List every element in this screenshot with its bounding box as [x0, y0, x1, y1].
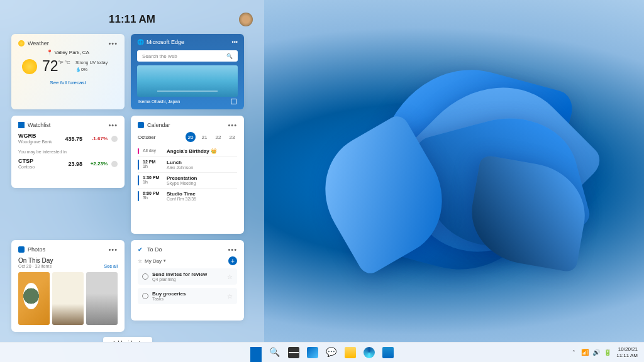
stock-row[interactable]: WGRBWoodgrove Bank 435.75 -1.67%: [18, 133, 118, 145]
task-checkbox[interactable]: [142, 273, 148, 280]
calendar-event[interactable]: 6:00 PM3h Studio TimeConf Rm 32/35: [138, 189, 237, 204]
widgets-icon: [307, 347, 318, 358]
calendar-event[interactable]: 1:30 PM1h PresentationSkype Meeting: [138, 173, 237, 189]
calendar-day[interactable]: 20: [186, 132, 196, 142]
watchlist-widget[interactable]: Watchlist ••• WGRBWoodgrove Bank 435.75 …: [11, 116, 125, 188]
calendar-month-row: October 20 21 22 23: [138, 132, 237, 142]
todo-title: To Do: [147, 246, 162, 253]
photos-icon: [18, 246, 25, 253]
weather-temp: 72°F °C: [42, 58, 70, 75]
calendar-icon: [138, 122, 144, 128]
sun-icon: [22, 59, 37, 74]
calendar-day[interactable]: 22: [213, 132, 223, 142]
calendar-day[interactable]: 23: [227, 132, 237, 142]
edge-button[interactable]: [361, 344, 377, 361]
star-icon[interactable]: ☆: [227, 273, 233, 280]
edge-image[interactable]: [137, 65, 238, 97]
weather-widget[interactable]: Weather ••• 📍 Valley Park, CA 72°F °C St…: [11, 34, 125, 109]
star-icon[interactable]: ☆: [227, 293, 233, 300]
expand-icon[interactable]: [231, 99, 236, 104]
add-widgets-row: Add widgets: [11, 337, 244, 342]
volume-icon[interactable]: 🔊: [592, 349, 600, 356]
edge-icon: [364, 347, 375, 358]
taskbar: 🔍 💬 ⌃ 📶 🔊 🔋 10/20/21 11:11 AM: [0, 342, 644, 362]
todo-task[interactable]: Send invites for reviewQ4 planning ☆: [138, 268, 237, 285]
user-avatar[interactable]: [239, 13, 253, 26]
weather-location: 📍 Valley Park, CA: [18, 50, 118, 55]
search-icon: 🔍: [269, 347, 280, 358]
todo-task[interactable]: Buy groceriesTasks ☆: [138, 288, 237, 304]
add-task-button[interactable]: +: [228, 256, 237, 265]
forecast-link[interactable]: See full forecast: [18, 80, 118, 85]
todo-icon: ✔: [138, 246, 144, 253]
widgets-clock: 11:11 AM: [109, 13, 155, 26]
weather-more-icon[interactable]: •••: [108, 40, 118, 47]
weather-conditions: Strong UV today💧0%: [75, 60, 108, 73]
photos-widget[interactable]: Photos ••• On This Day Oct 20 · 33 items…: [11, 240, 125, 332]
search-button[interactable]: 🔍: [267, 344, 283, 361]
photos-heading: On This Day: [18, 257, 118, 264]
photo-thumbnail[interactable]: [86, 272, 118, 325]
photos-sub: Oct 20 · 33 items: [18, 264, 52, 268]
store-button[interactable]: [380, 344, 396, 361]
search-icon: 🔍: [226, 53, 233, 59]
edge-widget[interactable]: 🌐 Microsoft Edge ••• Search the web 🔍 Ik…: [131, 34, 244, 109]
edge-icon: 🌐: [137, 39, 144, 45]
photos-more-icon[interactable]: •••: [108, 246, 118, 253]
explorer-button[interactable]: [342, 344, 358, 361]
photos-title: Photos: [28, 246, 45, 253]
add-widgets-button[interactable]: Add widgets: [103, 337, 152, 342]
photo-thumbnail[interactable]: [18, 272, 50, 325]
todo-list-name[interactable]: My Day: [145, 258, 162, 264]
watchlist-more-icon[interactable]: •••: [108, 121, 118, 129]
start-button[interactable]: [248, 344, 264, 361]
calendar-event[interactable]: All day Angela's Birthday 👑: [138, 146, 237, 157]
folder-icon: [345, 347, 356, 358]
spark-icon: [111, 161, 118, 167]
chat-icon: 💬: [326, 347, 337, 358]
calendar-more-icon[interactable]: •••: [228, 121, 237, 129]
wallpaper-bloom: [264, 31, 641, 333]
battery-icon[interactable]: 🔋: [604, 349, 611, 356]
wifi-icon[interactable]: 📶: [581, 349, 589, 356]
watchlist-hint: You may be interested in: [18, 150, 118, 154]
taskbar-center: 🔍 💬: [248, 344, 396, 361]
widgets-panel: 11:11 AM Weather ••• 📍 Valley Park, CA 7…: [0, 0, 264, 342]
photos-see-all-link[interactable]: See all: [104, 264, 118, 268]
store-icon: [382, 347, 394, 358]
chevron-up-icon[interactable]: ⌃: [572, 349, 576, 355]
edge-title: Microsoft Edge: [147, 39, 184, 45]
widgets-header: 11:11 AM: [11, 9, 253, 30]
weather-icon: [18, 40, 25, 47]
todo-more-icon[interactable]: •••: [228, 246, 237, 253]
weather-title: Weather: [28, 40, 49, 47]
widgets-button[interactable]: [304, 344, 321, 361]
calendar-title: Calendar: [147, 122, 170, 128]
calendar-widget[interactable]: Calendar ••• October 20 21 22 23 All day…: [131, 116, 244, 234]
chevron-down-icon[interactable]: ▾: [164, 258, 166, 263]
stock-row[interactable]: CTSPContoso 23.98 +2.23%: [18, 158, 118, 170]
task-checkbox[interactable]: [142, 293, 148, 299]
edge-search-input[interactable]: Search the web 🔍: [137, 50, 238, 62]
watchlist-title: Watchlist: [28, 122, 50, 128]
todo-widget[interactable]: ✔ To Do ••• ☆ My Day ▾ + Send invites fo…: [131, 240, 244, 321]
calendar-event[interactable]: 12 PM1h LunchAlex Johnson: [138, 157, 237, 173]
taskview-icon: [288, 347, 299, 358]
chart-icon: [18, 122, 25, 128]
taskbar-clock[interactable]: 10/20/21 11:11 AM: [616, 346, 640, 358]
edge-caption: Ikema Ohashi, Japan: [138, 99, 180, 104]
spark-icon: [111, 136, 118, 142]
chat-button[interactable]: 💬: [323, 344, 340, 361]
edge-more-icon[interactable]: •••: [232, 39, 238, 45]
photos-gallery[interactable]: [18, 272, 118, 325]
taskview-button[interactable]: [286, 344, 302, 361]
system-tray[interactable]: ⌃ 📶 🔊 🔋 10/20/21 11:11 AM: [572, 346, 640, 358]
photo-thumbnail[interactable]: [52, 272, 84, 325]
star-icon: ☆: [138, 258, 142, 264]
calendar-day[interactable]: 21: [199, 132, 209, 142]
